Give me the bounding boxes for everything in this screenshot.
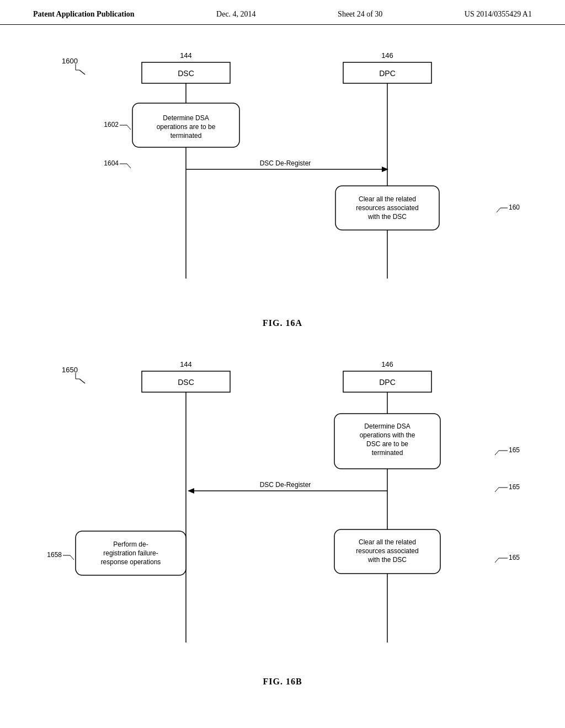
diagram-16b-section: 1650 144 146 DSC DPC 1652 Dete	[33, 350, 532, 687]
arrow-1654-label: DSC De-Register	[260, 481, 311, 489]
svg-text:resources associated: resources associated	[356, 204, 418, 212]
svg-text:DSC are to be: DSC are to be	[366, 440, 408, 448]
diagram-16b: 1650 144 146 DSC DPC 1652 Dete	[45, 350, 520, 670]
header-sheet: Sheet 24 of 30	[338, 10, 382, 19]
svg-line-17	[79, 379, 85, 383]
dpc-col-label-16b: 146	[381, 360, 393, 368]
svg-text:with the DSC: with the DSC	[367, 556, 407, 564]
dsc-col-label-16b: 144	[180, 360, 192, 368]
header-publication: Patent Application Publication	[33, 10, 135, 19]
svg-text:Determine DSA: Determine DSA	[163, 114, 209, 122]
svg-line-4	[127, 125, 131, 130]
svg-line-32	[495, 558, 499, 563]
svg-text:operations with the: operations with the	[360, 431, 415, 439]
svg-text:resources associated: resources associated	[356, 547, 418, 555]
node-1606-id: 1606	[509, 204, 520, 211]
fig-16b-label: FIG. 16B	[33, 677, 532, 687]
diagram-16a: 1600 144 146 DSC DPC 1602	[45, 41, 520, 312]
dsc-col-label-16a: 144	[180, 51, 192, 60]
svg-line-19	[495, 451, 499, 455]
header-date: Dec. 4, 2014	[216, 10, 256, 19]
diagram-id-1650: 1650	[62, 366, 78, 374]
svg-line-27	[70, 555, 74, 560]
svg-line-2	[79, 70, 85, 74]
header-patent: US 2014/0355429 A1	[465, 10, 532, 19]
svg-text:Determine DSA: Determine DSA	[364, 422, 410, 430]
svg-text:Clear all the related: Clear all the related	[359, 195, 416, 203]
arrow-1604-label: DSC De-Register	[260, 159, 311, 167]
svg-line-11	[497, 208, 500, 212]
svg-line-9	[127, 164, 131, 168]
diagram-16a-section: 1600 144 146 DSC DPC 1602	[33, 41, 532, 328]
dsc-box-label-16a: DSC	[178, 69, 194, 78]
svg-text:terminated: terminated	[170, 132, 202, 140]
dpc-col-label-16a: 146	[381, 51, 393, 60]
svg-text:Perform de-: Perform de-	[113, 540, 148, 548]
page-header: Patent Application Publication Dec. 4, 2…	[0, 0, 565, 25]
svg-text:terminated: terminated	[372, 449, 403, 457]
arrow-1654-head	[188, 488, 194, 494]
node-1602-id: 1602	[104, 121, 119, 129]
dpc-box-label-16b: DPC	[379, 378, 396, 387]
dpc-box-label-16a: DPC	[379, 69, 396, 78]
svg-text:Clear all the related: Clear all the related	[359, 538, 416, 546]
node-1604-id: 1604	[104, 159, 119, 167]
dsc-box-label-16b: DSC	[178, 378, 194, 387]
svg-line-25	[495, 488, 499, 492]
node-1654-id: 1654	[509, 483, 520, 491]
fig-16a-label: FIG. 16A	[33, 318, 532, 328]
svg-text:operations are to be: operations are to be	[157, 123, 216, 131]
svg-text:registration failure-: registration failure-	[103, 549, 158, 557]
node-1652-id: 1652	[509, 446, 520, 454]
svg-text:response operations: response operations	[101, 558, 161, 566]
svg-text:with the DSC: with the DSC	[367, 213, 407, 221]
diagram-id-1600: 1600	[62, 57, 78, 65]
node-1656-id: 1656	[509, 554, 520, 561]
page-content: 1600 144 146 DSC DPC 1602	[0, 41, 565, 687]
node-1658-id: 1658	[47, 551, 62, 559]
